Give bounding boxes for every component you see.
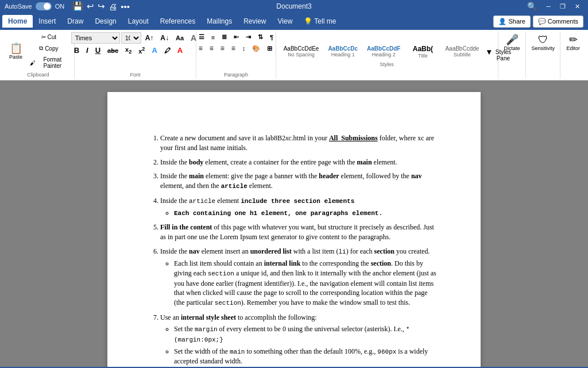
undo-icon[interactable]: ↩ — [87, 1, 94, 12]
tab-references[interactable]: References — [154, 15, 201, 28]
sort-btn[interactable]: ⇅ — [255, 32, 266, 42]
font-row2: B I U abc x2 x2 A 🖍 A — [71, 45, 200, 56]
styles-more-btn[interactable]: ▾ — [484, 46, 494, 57]
show-formatting-btn[interactable]: ¶ — [267, 33, 276, 42]
bullets-btn[interactable]: ☰ — [196, 32, 207, 42]
restore-btn[interactable]: ❐ — [556, 2, 569, 11]
paragraph-controls: ☰ ≡ ≣ ⇤ ⇥ ⇅ ¶ ≡ ≡ ≡ ≡ ↕ 🎨 ⊞ — [196, 32, 277, 71]
font-size-select[interactable]: 10 — [121, 32, 141, 44]
clipboard-group: 📋 Paste ✂ Cut ⧉ Copy 🖌 Format Painter — [2, 31, 75, 79]
align-left-btn[interactable]: ≡ — [196, 43, 206, 53]
font-grow-btn[interactable]: A↑ — [142, 33, 157, 43]
copy-icon: ⧉ — [39, 45, 43, 52]
save-icon[interactable]: 💾 — [72, 1, 83, 12]
tab-draw[interactable]: Draw — [61, 15, 89, 28]
tab-tell-me[interactable]: 💡 Tell me — [298, 15, 342, 28]
lightbulb-icon: 💡 — [304, 17, 312, 25]
paragraph-group: ☰ ≡ ≣ ⇤ ⇥ ⇅ ¶ ≡ ≡ ≡ ≡ ↕ 🎨 ⊞ Paragraph — [196, 31, 276, 79]
scissors-icon: ✂ — [41, 34, 46, 40]
search-icon[interactable]: 🔍 — [527, 2, 537, 11]
tab-home[interactable]: Home — [2, 15, 33, 28]
list-item: Create a new document and save it as lab… — [160, 133, 439, 153]
more-icon[interactable]: ••• — [121, 2, 130, 12]
ribbon-tabs: Home Insert Draw Design Layout Reference… — [0, 13, 588, 30]
italic-btn[interactable]: I — [83, 45, 91, 56]
tab-design[interactable]: Design — [89, 15, 122, 28]
title-bar-center: Document3 — [276, 2, 311, 10]
tab-view[interactable]: View — [272, 15, 299, 28]
font-color-btn[interactable]: A — [175, 45, 185, 56]
tab-review[interactable]: Review — [238, 15, 272, 28]
list-item: Set the margin of every element to be 0 … — [174, 324, 439, 344]
sub-list: Each containing one h1 element, one para… — [160, 208, 439, 218]
doc-title: Document3 — [276, 2, 311, 10]
sensitivity-button[interactable]: 🛡 Sensitivity — [528, 32, 559, 53]
text-effects-btn[interactable]: A — [149, 45, 160, 56]
font-family-select[interactable]: Times — [71, 32, 120, 44]
sub-list: Each list item should contain an interna… — [160, 259, 439, 308]
paint-icon: 🖌 — [30, 60, 36, 66]
multilevel-btn[interactable]: ≣ — [219, 32, 230, 42]
align-center-btn[interactable]: ≡ — [207, 43, 216, 53]
autosave-on: ON — [55, 3, 65, 10]
redo-icon[interactable]: ↪ — [98, 1, 105, 12]
font-controls: Times 10 A↑ A↓ Aa A B I U abc x2 x2 A 🖍 … — [71, 32, 200, 71]
tab-mailings[interactable]: Mailings — [201, 15, 238, 28]
paste-btn-group: 📋 Paste — [6, 41, 26, 62]
style-normal[interactable]: AaBbCcDdEe No Spacing — [280, 44, 323, 59]
title-bar-right: 🔍 ─ ❐ ✕ — [527, 2, 583, 11]
clipboard-buttons: 📋 Paste ✂ Cut ⧉ Copy 🖌 Format Painter — [6, 32, 71, 71]
change-case-btn[interactable]: Aa — [173, 33, 187, 43]
align-right-btn[interactable]: ≡ — [218, 43, 227, 53]
list-item: Each list item should contain an interna… — [174, 259, 439, 308]
decrease-indent-btn[interactable]: ⇤ — [231, 32, 242, 42]
editor-group: ✏ Editor — [560, 31, 586, 79]
tab-layout[interactable]: Layout — [122, 15, 154, 28]
styles-inner: AaBbCcDdEe No Spacing AaBbCcDc Heading 1… — [280, 43, 494, 67]
share-button[interactable]: 👤 Share — [493, 16, 530, 28]
font-row1: Times 10 A↑ A↓ Aa A — [71, 32, 200, 44]
justify-btn[interactable]: ≡ — [229, 43, 238, 53]
list-item: Inside the body element, create a contai… — [160, 158, 439, 167]
ribbon-content: 📋 Paste ✂ Cut ⧉ Copy 🖌 Format Painter — [0, 30, 588, 80]
copy-button[interactable]: ⧉ Copy — [27, 43, 71, 53]
microphone-icon: 🎤 — [506, 34, 519, 45]
cut-button[interactable]: ✂ Cut — [27, 32, 71, 42]
strikethrough-btn[interactable]: abc — [105, 46, 121, 55]
print-icon[interactable]: 🖨 — [109, 2, 117, 12]
subscript-btn[interactable]: x2 — [122, 45, 134, 56]
editor-icon: ✏ — [569, 34, 578, 45]
underline-btn[interactable]: U — [92, 45, 103, 56]
superscript-btn[interactable]: x2 — [136, 45, 148, 56]
text-highlight-btn[interactable]: 🖍 — [161, 46, 173, 55]
page: Create a new document and save it as lab… — [107, 92, 481, 367]
comments-button[interactable]: 💬 Comments — [533, 16, 583, 28]
format-painter-button[interactable]: 🖌 Format Painter — [27, 55, 71, 71]
increase-indent-btn[interactable]: ⇥ — [243, 32, 254, 42]
title-bar: AutoSave ON 💾 ↩ ↪ 🖨 ••• Document3 🔍 ─ ❐ … — [0, 0, 588, 13]
editor-button[interactable]: ✏ Editor — [563, 32, 583, 53]
borders-btn[interactable]: ⊞ — [264, 44, 275, 53]
comments-icon: 💬 — [538, 18, 546, 25]
paste-button[interactable]: 📋 Paste — [6, 41, 26, 62]
para-row2: ≡ ≡ ≡ ≡ ↕ 🎨 ⊞ — [196, 43, 277, 53]
sensitivity-group: 🛡 Sensitivity — [526, 31, 560, 79]
autosave-toggle[interactable] — [36, 2, 52, 10]
shading-btn[interactable]: 🎨 — [249, 44, 263, 53]
style-subtitle[interactable]: AaaBbCcdde Subtitle — [441, 44, 483, 59]
close-btn[interactable]: ✕ — [571, 2, 583, 11]
minimize-btn[interactable]: ─ — [543, 2, 554, 10]
style-title[interactable]: AaBb( Title — [405, 43, 440, 60]
list-item: Each containing one h1 element, one para… — [174, 208, 439, 218]
main-list: Create a new document and save it as lab… — [149, 133, 439, 367]
tab-insert[interactable]: Insert — [33, 15, 61, 28]
dictate-button[interactable]: 🎤 Dictate — [501, 32, 524, 53]
font-group: Times 10 A↑ A↓ Aa A B I U abc x2 x2 A 🖍 … — [75, 31, 197, 79]
numbering-btn[interactable]: ≡ — [208, 33, 218, 42]
bold-btn[interactable]: B — [71, 45, 82, 56]
line-spacing-btn[interactable]: ↕ — [239, 44, 249, 53]
style-heading2[interactable]: AaBbCcDdF Heading 2 — [363, 44, 404, 59]
para-row1: ☰ ≡ ≣ ⇤ ⇥ ⇅ ¶ — [196, 32, 277, 42]
style-heading1[interactable]: AaBbCcDc Heading 1 — [324, 44, 362, 59]
font-shrink-btn[interactable]: A↓ — [157, 33, 172, 43]
